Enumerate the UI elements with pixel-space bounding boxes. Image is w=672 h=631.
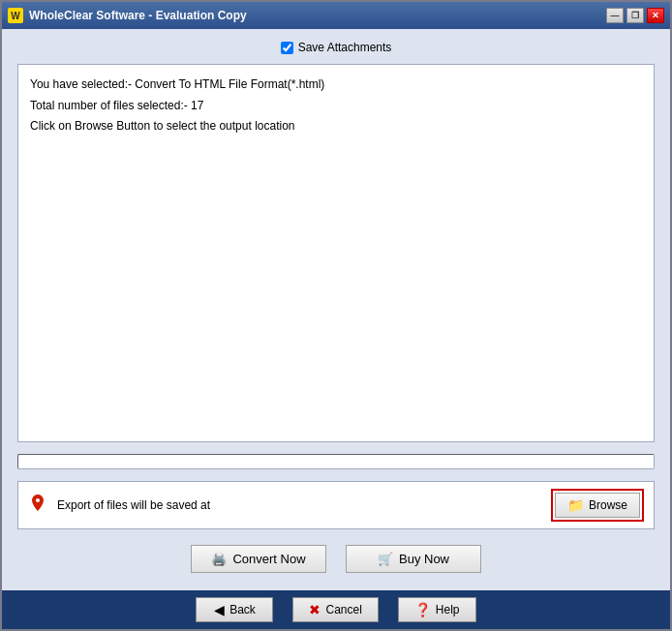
help-icon: ❓ [414,602,431,617]
help-button[interactable]: ❓ Help [398,597,476,622]
back-icon: ◀ [214,602,225,617]
close-button[interactable]: ✕ [647,8,664,23]
buy-now-button[interactable]: 🛒 Buy Now [346,545,481,573]
info-box: You have selected:- Convert To HTML File… [17,64,655,442]
minimize-button[interactable]: — [606,8,624,23]
cancel-label: Cancel [325,603,361,616]
location-label: Export of files will be saved at [57,498,541,512]
convert-now-label: Convert Now [232,552,305,566]
cancel-icon: ✖ [309,602,321,617]
title-bar: W WholeClear Software - Evaluation Copy … [2,2,670,29]
buy-now-label: Buy Now [399,552,449,566]
app-icon: W [8,8,23,23]
cart-icon: 🛒 [378,552,393,566]
save-attachments-label: Save Attachments [298,41,392,54]
restore-button[interactable]: ❐ [626,8,644,23]
convert-icon: 🖨️ [211,552,227,566]
back-button[interactable]: ◀ Back [196,597,273,622]
info-line2: Total number of files selected:- 17 [30,96,642,117]
bottom-buttons-row: 🖨️ Convert Now 🛒 Buy Now [17,537,655,581]
main-window: W WholeClear Software - Evaluation Copy … [0,0,672,631]
save-attachments-checkbox[interactable] [281,42,293,54]
convert-now-button[interactable]: 🖨️ Convert Now [191,545,326,573]
save-attachments-row: Save Attachments [17,39,655,56]
info-line1: You have selected:- Convert To HTML File… [30,75,642,96]
location-row: Export of files will be saved at 📁 Brows… [17,481,655,529]
info-line3: Click on Browse Button to select the out… [30,116,642,137]
help-label: Help [436,603,460,616]
title-bar-left: W WholeClear Software - Evaluation Copy [8,8,247,23]
content-area: Save Attachments You have selected:- Con… [2,29,670,590]
browse-button[interactable]: 📁 Browse [555,493,640,518]
pin-icon [28,494,47,517]
window-title: WholeClear Software - Evaluation Copy [29,9,247,22]
folder-icon: 📁 [567,497,584,513]
footer-bar: ◀ Back ✖ Cancel ❓ Help [2,590,670,629]
browse-btn-wrapper: 📁 Browse [551,489,644,522]
title-bar-buttons: — ❐ ✕ [606,8,664,23]
browse-label: Browse [589,498,627,512]
back-label: Back [229,603,256,616]
cancel-button[interactable]: ✖ Cancel [292,597,378,622]
progress-bar [17,454,655,469]
